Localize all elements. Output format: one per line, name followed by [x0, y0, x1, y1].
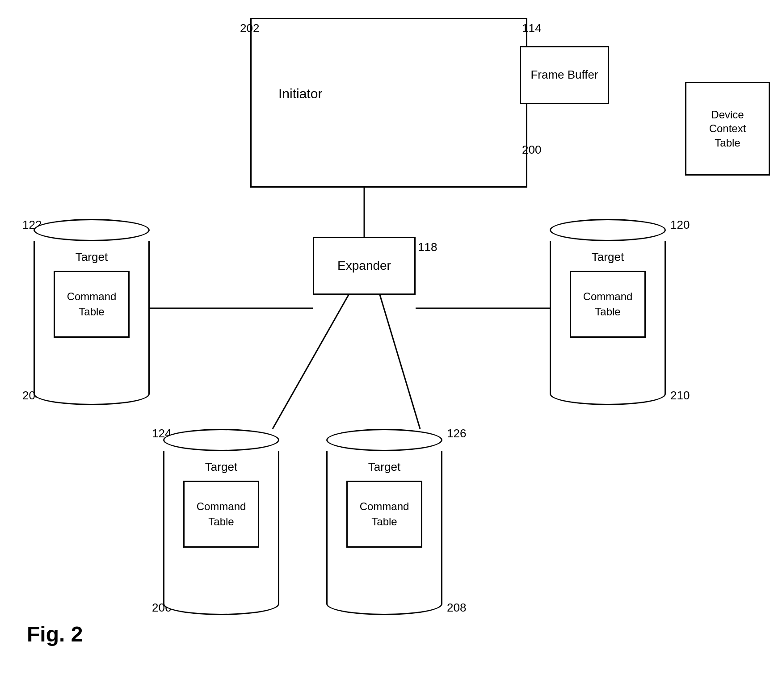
svg-line-3	[273, 295, 349, 429]
frame-buffer-box: Frame Buffer	[520, 46, 609, 104]
frame-buffer-label: Frame Buffer	[530, 67, 598, 83]
ref-114: 114	[522, 21, 541, 35]
cylinder-top-bottom-right	[326, 429, 442, 451]
target-bottom-right-label: Target	[368, 460, 400, 474]
cylinder-bottom-cap-bottom-left	[163, 593, 279, 615]
ref-126: 126	[447, 427, 466, 440]
cylinder-bottom-right	[550, 383, 666, 405]
device-context-box: DeviceContextTable	[685, 82, 770, 176]
expander-label: Expander	[337, 259, 391, 273]
command-table-right: CommandTable	[570, 271, 646, 338]
command-table-left: CommandTable	[54, 271, 130, 338]
cylinder-body-bottom-right: Target CommandTable	[326, 451, 442, 594]
ref-118: 118	[418, 240, 437, 254]
cylinder-bottom-cap-bottom-right	[326, 593, 442, 615]
initiator-label: Initiator	[278, 86, 322, 101]
ref-120: 120	[670, 218, 690, 232]
cylinder-body-right: Target CommandTable	[550, 241, 666, 384]
ref-208: 208	[447, 601, 466, 615]
target-bottom-left-label: Target	[205, 460, 237, 474]
target-right-label: Target	[592, 250, 624, 264]
expander-box: Expander	[313, 237, 416, 295]
target-left: Target CommandTable	[34, 219, 150, 405]
command-table-bottom-right: CommandTable	[346, 481, 422, 548]
figure-label: Fig. 2	[27, 622, 83, 646]
cylinder-body-left: Target CommandTable	[34, 241, 150, 384]
device-context-label: DeviceContextTable	[709, 108, 746, 150]
cylinder-bottom-left	[34, 383, 150, 405]
cylinder-top-bottom-left	[163, 429, 279, 451]
initiator-box: Frame Buffer Initiator DeviceContextTabl…	[250, 18, 527, 188]
ref-210: 210	[670, 389, 690, 402]
svg-line-4	[380, 295, 420, 429]
diagram: Frame Buffer Initiator DeviceContextTabl…	[0, 0, 774, 700]
ref-202: 202	[240, 21, 259, 35]
target-bottom-left: Target CommandTable	[163, 429, 279, 615]
target-bottom-right: Target CommandTable	[326, 429, 442, 615]
target-right: Target CommandTable	[550, 219, 666, 405]
command-table-bottom-left: CommandTable	[183, 481, 259, 548]
cylinder-top-right	[550, 219, 666, 241]
cylinder-body-bottom-left: Target CommandTable	[163, 451, 279, 594]
target-left-label: Target	[76, 250, 108, 264]
ref-200: 200	[522, 143, 541, 157]
cylinder-top-left	[34, 219, 150, 241]
